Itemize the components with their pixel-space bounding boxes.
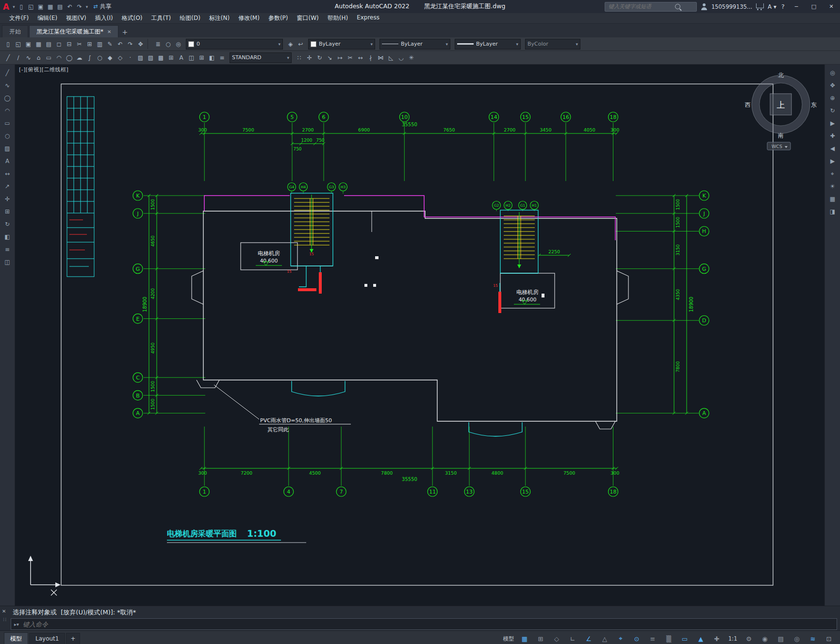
layer-combo[interactable]: 0 ▾	[186, 39, 283, 50]
leader-icon[interactable]: ↗	[2, 181, 13, 191]
zoom-icon[interactable]: ⊕	[827, 93, 838, 103]
status-lineweight[interactable]: ≡	[645, 633, 660, 644]
status-workspace-switching[interactable]: ⚙	[741, 633, 756, 644]
compass-west-label[interactable]: 西	[745, 101, 751, 108]
menu-参数P[interactable]: 参数(P)	[264, 14, 293, 23]
offset-icon[interactable]: ≡	[2, 244, 13, 254]
status-annotation-visibility[interactable]: ▲	[693, 633, 708, 644]
autocad-logo-icon[interactable]: A	[2, 2, 11, 12]
polygon-icon[interactable]: ⌂	[33, 52, 44, 63]
trim-icon[interactable]: ✂	[345, 52, 355, 63]
plotstyle-combo[interactable]: ByColor ▾	[525, 39, 580, 50]
extend-icon[interactable]: ↔	[355, 52, 365, 63]
account-name[interactable]: 1505999135...	[711, 3, 752, 10]
maximize-button[interactable]: □	[807, 1, 821, 12]
multiline-text-icon[interactable]: A	[176, 52, 186, 63]
save-as-icon[interactable]: ▦	[33, 39, 44, 49]
mirror-icon[interactable]: ◧	[2, 231, 13, 242]
model-space-canvas[interactable]: [-][俯视][二维线框] 300750027006900	[15, 65, 824, 606]
line-icon[interactable]: ╱	[3, 52, 13, 63]
viewport-controls[interactable]: [-][俯视][二维线框]	[19, 66, 68, 73]
model-tab[interactable]: 模型	[4, 632, 28, 644]
menu-修改M[interactable]: 修改(M)	[234, 14, 264, 23]
save-icon[interactable]: ▣	[23, 39, 33, 49]
menu-Express[interactable]: Express	[352, 14, 384, 23]
status-ortho[interactable]: ∟	[565, 633, 580, 644]
menu-标注N[interactable]: 标注(N)	[205, 14, 234, 23]
account-icon[interactable]	[701, 3, 708, 10]
save-as-icon[interactable]: ▦	[46, 2, 55, 12]
new-icon[interactable]: ▯	[3, 39, 13, 49]
close-button[interactable]: ✕	[824, 1, 838, 12]
hatch-icon[interactable]: ▨	[135, 52, 146, 63]
status-model-space[interactable]: 模型	[501, 633, 516, 644]
menu-文件F[interactable]: 文件(F)	[5, 14, 33, 23]
materials-icon[interactable]: ▦	[827, 194, 838, 204]
menu-帮助H[interactable]: 帮助(H)	[323, 14, 352, 23]
polyline-icon[interactable]: ∿	[2, 80, 13, 90]
mirror-icon[interactable]: ◧	[207, 52, 217, 63]
command-panel[interactable]: ✕ ⁞⁞ 选择注释对象或 [放弃(U)/模式(M)]: *取消* ▸▾	[0, 606, 840, 630]
break-icon[interactable]: ∤	[365, 52, 376, 63]
point-icon[interactable]: ·	[125, 52, 135, 63]
sun-icon[interactable]: ☀	[827, 181, 838, 191]
new-tab-button[interactable]: +	[119, 27, 130, 37]
layer-previous-icon[interactable]: ↩	[296, 39, 306, 49]
full-navigation-wheel-icon[interactable]: ◎	[827, 67, 838, 78]
ellipse-icon[interactable]: ○	[95, 52, 105, 63]
command-input-row[interactable]: ▸▾	[11, 618, 837, 630]
status-annotation-scale[interactable]: 1:1	[725, 633, 740, 644]
menu-编辑E[interactable]: 编辑(E)	[33, 14, 62, 23]
show-motion-icon[interactable]: ▶	[827, 118, 838, 128]
document-tab[interactable]: 黑龙江某住宅采暖施工图* ✕	[29, 25, 118, 37]
color-combo[interactable]: ByLayer ▾	[308, 39, 375, 50]
rectangle-icon[interactable]: ▭	[44, 52, 54, 63]
spline-icon[interactable]: ∫	[84, 52, 95, 63]
dimension-icon[interactable]: ↔	[2, 168, 13, 179]
app-menu-caret-icon[interactable]: ▾	[12, 4, 16, 9]
view-forward-icon[interactable]: ▶	[827, 156, 838, 166]
steering-icon[interactable]: ✚	[827, 131, 838, 141]
menu-视图V[interactable]: 视图(V)	[62, 14, 91, 23]
ellipse-icon[interactable]: ○	[2, 131, 13, 141]
fillet-icon[interactable]: ◡	[396, 52, 406, 63]
status-autoscale[interactable]: ✚	[709, 633, 724, 644]
redo-icon[interactable]: ↷	[75, 2, 84, 12]
tab-close-icon[interactable]: ✕	[107, 29, 111, 34]
new-layout-button[interactable]: +	[66, 633, 80, 644]
rotate-icon[interactable]: ↻	[2, 219, 13, 229]
plot-preview-icon[interactable]: ◻	[54, 39, 64, 49]
wcs-indicator[interactable]: WCS	[767, 142, 791, 150]
status-graphics-performance[interactable]: ≋	[806, 633, 820, 644]
minimize-button[interactable]: ─	[790, 1, 803, 12]
chamfer-icon[interactable]: ◺	[386, 52, 396, 63]
autodesk-apps-icon[interactable]: A ▾	[768, 3, 776, 10]
open-icon[interactable]: ◱	[26, 2, 36, 12]
search-box[interactable]	[605, 2, 697, 12]
polyline-icon[interactable]: ∿	[23, 52, 33, 63]
pan-icon[interactable]: ✥	[135, 39, 146, 49]
viewcube-compass[interactable]: 上 北 南 东 西	[745, 72, 817, 139]
status-clean-screen[interactable]: ⊡	[822, 633, 836, 644]
copy-icon[interactable]: ⊞	[2, 206, 13, 216]
rectangle-icon[interactable]: ▭	[2, 118, 13, 128]
move-icon[interactable]: ✢	[2, 194, 13, 204]
compass-south-label[interactable]: 南	[778, 132, 784, 139]
status-snap-mode[interactable]: ⊞	[533, 633, 548, 644]
plot-icon[interactable]: ▤	[44, 39, 54, 49]
menu-插入I[interactable]: 插入(I)	[91, 14, 117, 23]
layer-properties-icon[interactable]: ≣	[153, 39, 163, 49]
menu-工具T[interactable]: 工具(T)	[147, 14, 176, 23]
plot-icon[interactable]: ▤	[55, 2, 65, 12]
publish-icon[interactable]: ⊟	[64, 39, 74, 49]
erase-icon[interactable]: ◫	[186, 52, 197, 63]
copy-icon[interactable]: ⊞	[197, 52, 207, 63]
quick-access-caret-icon[interactable]: ▾	[85, 4, 89, 9]
construction-line-icon[interactable]: ∕	[13, 52, 23, 63]
gradient-icon[interactable]: ▧	[146, 52, 156, 63]
status-annotation-monitor[interactable]: ◉	[758, 633, 772, 644]
command-customize-icon[interactable]: ▸▾	[14, 622, 19, 627]
stretch-icon[interactable]: ↦	[335, 52, 345, 63]
status-isolate-objects[interactable]: ◎	[790, 633, 804, 644]
make-object-layer-current-icon[interactable]: ◈	[285, 39, 296, 49]
